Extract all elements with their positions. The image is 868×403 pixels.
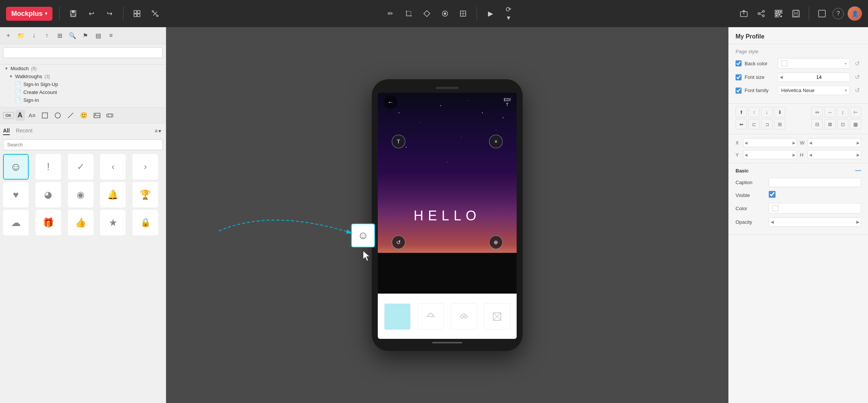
filter-button[interactable]: ≡ ▾	[153, 126, 163, 135]
dist-cols[interactable]: ⊠	[824, 119, 836, 129]
refresh-button[interactable]: ⟳ ▾	[502, 7, 516, 20]
strip-item-3[interactable]	[451, 303, 477, 330]
flag-button[interactable]: ⚑	[80, 30, 91, 41]
y-decrement[interactable]: ◀	[743, 152, 749, 158]
h-decrement[interactable]: ◀	[808, 152, 813, 158]
caption-input[interactable]: Icon	[769, 178, 861, 187]
dist-v[interactable]: ↕	[837, 107, 848, 117]
opacity-increment[interactable]: ▶	[855, 219, 861, 225]
icon-gift[interactable]: 🎁	[35, 210, 61, 235]
save-button[interactable]	[66, 7, 80, 20]
crop-button[interactable]	[402, 7, 416, 20]
dist-3[interactable]: ⊡	[837, 119, 848, 129]
table-button[interactable]: ▤	[93, 30, 103, 41]
dist-rows[interactable]: ⊟	[811, 119, 823, 129]
w-increment[interactable]: ▶	[856, 140, 861, 146]
widget-line-btn[interactable]	[65, 111, 76, 120]
icon-lock[interactable]: 🔒	[132, 210, 158, 235]
opacity-decrement[interactable]: ◀	[769, 219, 775, 225]
frame-button[interactable]	[815, 7, 829, 20]
merge-button[interactable]: ⊞	[54, 30, 65, 41]
w-decrement[interactable]: ◀	[808, 140, 813, 146]
align-left-left[interactable]: ⬅	[736, 119, 747, 129]
icon-chevron-right[interactable]: ›	[132, 154, 158, 180]
icon-pie-chart[interactable]: ◕	[35, 182, 61, 208]
h-input[interactable]: 230	[813, 151, 856, 159]
font-size-checkbox[interactable]	[736, 74, 742, 80]
back-button[interactable]: ←	[384, 95, 397, 109]
rotate-handle[interactable]: ↺	[392, 235, 405, 249]
color-picker[interactable]	[769, 203, 861, 214]
x-increment[interactable]: ▶	[791, 140, 797, 146]
align-right-edge[interactable]: ⊢	[850, 107, 861, 117]
redo-button[interactable]: ↪	[103, 7, 116, 20]
x-decrement[interactable]: ◀	[743, 140, 749, 146]
dist-h2[interactable]: ↔	[824, 107, 836, 117]
icon-checkmark[interactable]: ✓	[68, 154, 94, 180]
pen-button[interactable]: ✏	[384, 7, 397, 20]
close-handle[interactable]: ×	[489, 135, 503, 148]
qr-button[interactable]	[772, 7, 785, 20]
record-button[interactable]	[438, 7, 452, 20]
align-top-out[interactable]: ⬆	[736, 107, 747, 117]
text-handle[interactable]: T	[392, 135, 405, 148]
strip-item-active[interactable]	[384, 303, 411, 330]
icon-bell[interactable]: 🔔	[100, 182, 126, 208]
font-family-checkbox[interactable]	[736, 88, 742, 94]
font-family-reset[interactable]: ↺	[853, 86, 861, 95]
y-increment[interactable]: ▶	[791, 152, 797, 158]
visible-checkbox[interactable]	[769, 191, 776, 198]
group-button[interactable]	[130, 7, 144, 20]
layers-button[interactable]	[456, 7, 470, 20]
tree-item-signin-signup[interactable]: 📄 Sign-In Sign-Up	[3, 80, 163, 88]
help-button[interactable]: ?	[833, 8, 844, 19]
center-canvas[interactable]: ← EDIT T × HELLO ↺ ⊕	[166, 27, 728, 403]
font-size-input[interactable]: 14	[784, 73, 850, 82]
share-button[interactable]	[754, 7, 768, 20]
add-button[interactable]: +	[3, 30, 14, 41]
tree-item-walktroughs[interactable]: ▼ Walktroughs (3)	[3, 72, 163, 80]
clip-button[interactable]	[148, 7, 162, 20]
basic-collapse-btn[interactable]: —	[855, 167, 861, 174]
opacity-input[interactable]: 100	[775, 218, 855, 226]
font-family-select[interactable]: Helvetica Neue Arial Georgia	[778, 86, 850, 95]
widget-circle-btn[interactable]	[52, 111, 63, 120]
list-button[interactable]: ≡	[106, 30, 116, 41]
diamond-button[interactable]	[420, 7, 434, 20]
font-size-decrement[interactable]: ◀	[778, 74, 784, 80]
tree-item-signin[interactable]: 📄 Sign-In	[3, 96, 163, 104]
dragged-icon[interactable]: ☺	[351, 223, 375, 248]
component-search-input[interactable]	[3, 139, 163, 150]
save3-button[interactable]	[789, 7, 803, 20]
align-grid[interactable]: ⊞	[774, 119, 785, 129]
play-button[interactable]: ▶	[484, 7, 497, 20]
icon-star[interactable]: ★	[100, 210, 126, 235]
icon-cloud[interactable]: ☁	[3, 210, 29, 235]
dist-4[interactable]: ▦	[850, 119, 861, 129]
icon-eye[interactable]: ◉	[68, 182, 94, 208]
icon-trophy[interactable]: 🏆	[132, 182, 158, 208]
icon-smiley[interactable]: ☺	[3, 154, 29, 180]
folder-button[interactable]: 📁	[16, 30, 26, 41]
avatar-button[interactable]: 👤	[848, 6, 862, 21]
align-right[interactable]: ⊐	[761, 119, 773, 129]
align-bottom[interactable]: ↓	[761, 107, 773, 117]
align-top[interactable]: ↑	[748, 107, 760, 117]
y-input[interactable]: 112	[749, 151, 791, 159]
export-button[interactable]	[737, 7, 751, 20]
back-color-checkbox[interactable]	[736, 60, 742, 66]
icon-heart[interactable]: ♥	[3, 182, 29, 208]
tab-recent[interactable]: Recent	[16, 127, 32, 135]
widget-ok-btn[interactable]: OK	[3, 112, 14, 119]
tab-all[interactable]: All	[3, 127, 10, 135]
font-size-reset[interactable]: ↺	[853, 73, 861, 82]
x-input[interactable]: 0	[749, 138, 791, 147]
search-panel-button[interactable]: 🔍	[67, 30, 78, 41]
icon-exclamation[interactable]: !	[35, 154, 61, 180]
strip-item-4[interactable]	[484, 303, 510, 330]
dist-h[interactable]: ⇔	[811, 107, 823, 117]
widget-richtext-btn[interactable]: A≡	[26, 111, 38, 120]
back-color-picker[interactable]: ▾	[778, 58, 850, 69]
widget-swipe-btn[interactable]	[104, 111, 115, 120]
logo-button[interactable]: Mockplus ▾	[6, 7, 52, 21]
